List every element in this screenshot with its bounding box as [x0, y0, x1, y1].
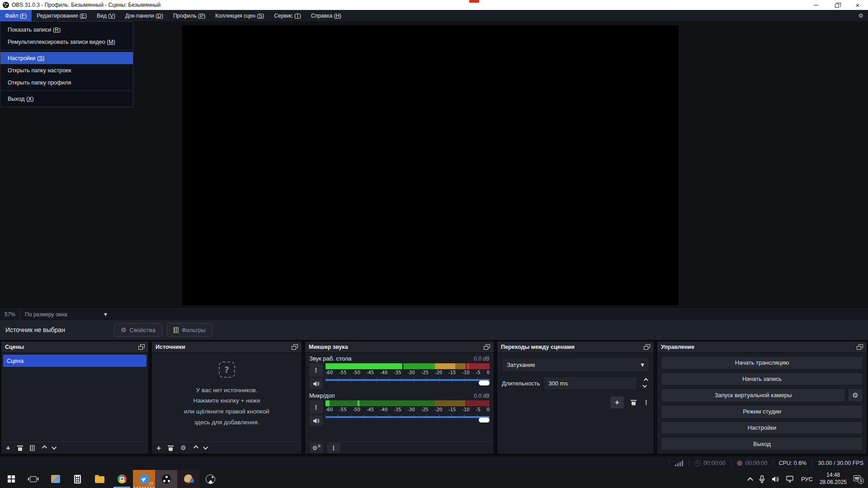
mute-button[interactable]	[309, 378, 323, 389]
menu-file[interactable]: Файл (F)	[0, 10, 32, 21]
advanced-audio-button[interactable]: ⚙⚙	[310, 443, 323, 453]
preview-area: Показать записи (R) Ремультиплексировать…	[0, 21, 868, 309]
taskbar-app-images[interactable]	[199, 470, 222, 488]
move-source-down-button[interactable]	[203, 445, 208, 450]
windows-logo-icon	[8, 475, 15, 483]
taskbar-app-game[interactable]	[177, 470, 199, 488]
track-options-button[interactable]: ⋮	[309, 400, 323, 414]
zoom-mode-dropdown[interactable]: По размеру окна ▼	[20, 309, 111, 319]
popout-icon[interactable]	[484, 344, 490, 350]
volume-slider[interactable]	[326, 413, 490, 421]
settings-button[interactable]: Настройки	[661, 421, 863, 435]
popout-icon[interactable]	[644, 344, 650, 350]
filters-button[interactable]: Фильтры	[167, 323, 212, 337]
duration-label: Длительность	[502, 380, 540, 387]
slider-handle[interactable]	[479, 418, 490, 422]
taskbar-app-calculator[interactable]	[66, 470, 89, 488]
menu-docks[interactable]: Док-панели (D)	[120, 10, 168, 21]
menu-profile[interactable]: Профиль (P)	[168, 10, 210, 21]
exit-button[interactable]: Выход	[661, 437, 863, 450]
mixer-title: Микшер звука	[309, 344, 348, 350]
move-scene-up-button[interactable]	[42, 445, 47, 450]
taskbar-app-browser[interactable]	[111, 470, 133, 488]
scene-filters-button[interactable]	[30, 445, 35, 451]
scene-list-item[interactable]: Сцена	[3, 355, 146, 367]
remove-scene-button[interactable]	[18, 445, 23, 451]
file-menu-show-recordings[interactable]: Показать записи (R)	[0, 23, 133, 36]
duration-input[interactable]: 300 ms	[543, 376, 637, 390]
mixer-options-button[interactable]: ⋮	[327, 443, 340, 453]
game-app-icon	[184, 474, 193, 483]
status-bar: 00:00:00 00:00:00 CPU: 0.6% 30.00 / 30.0…	[0, 456, 868, 470]
volume-icon[interactable]	[772, 476, 779, 483]
track-options-button[interactable]: ⋮	[309, 363, 323, 377]
sources-empty-state: ? У вас нет источников. Нажмите кнопку +…	[152, 353, 302, 441]
add-scene-button[interactable]: +	[6, 444, 10, 452]
source-status-label: Источник не выбран	[5, 326, 114, 333]
popout-icon[interactable]	[292, 344, 298, 350]
volume-meter	[326, 363, 490, 369]
menu-scene-collection[interactable]: Коллекция сцен (S)	[210, 10, 269, 21]
file-menu-settings[interactable]: Настройки (S)	[0, 52, 133, 64]
tray-expand-icon[interactable]	[747, 477, 753, 483]
controls-title: Управление	[661, 344, 694, 350]
slider-handle[interactable]	[479, 380, 490, 385]
start-streaming-button[interactable]: Начать трансляцию	[661, 356, 863, 370]
audio-mixer-panel: Микшер звука Звук раб. стола 0.0 dB ⋮	[305, 341, 494, 454]
spin-down-button[interactable]	[642, 383, 647, 388]
start-virtual-camera-button[interactable]: Запуск виртуальной камеры	[661, 388, 845, 402]
chevron-down-icon: ▼	[641, 362, 644, 367]
menu-help[interactable]: Справка (H)	[306, 10, 346, 21]
close-button[interactable]: ×	[847, 0, 868, 10]
move-scene-down-button[interactable]	[52, 445, 57, 450]
menu-edit[interactable]: Редактирование (E)	[32, 10, 92, 21]
move-source-up-button[interactable]	[193, 445, 198, 450]
minimize-button[interactable]	[806, 0, 826, 10]
transition-options-button[interactable]: ⋮	[643, 399, 649, 406]
start-recording-button[interactable]: Начать запись	[661, 372, 863, 386]
file-menu-remux[interactable]: Ремультиплексировать записи видео (M)	[0, 36, 133, 48]
settings-gear-icon[interactable]: ⚙	[858, 10, 868, 21]
start-button[interactable]	[0, 470, 22, 488]
remove-source-button[interactable]	[168, 445, 173, 451]
add-transition-button[interactable]: +	[610, 396, 624, 408]
taskbar-app-photos[interactable]	[44, 470, 66, 488]
taskbar-app-explorer[interactable]	[89, 470, 111, 488]
notification-center-button[interactable]: 3	[854, 475, 862, 483]
clock[interactable]: 14:48 28.06.2025	[820, 472, 847, 486]
window-title: OBS 31.0.3 - Профиль: Безымянный - Сцены…	[12, 2, 160, 8]
source-properties-button[interactable]: ⚙	[180, 445, 186, 451]
popout-icon[interactable]	[138, 344, 145, 350]
gear-icon: ⚙	[121, 326, 127, 333]
mute-button[interactable]	[309, 415, 323, 426]
record-timer: 00:00:00	[737, 460, 768, 466]
preview-canvas[interactable]	[182, 25, 679, 305]
task-view-button[interactable]	[22, 470, 44, 488]
file-menu-profile-folder[interactable]: Открыть папку профиля	[0, 76, 133, 89]
close-icon: ×	[856, 2, 860, 9]
spin-up-button[interactable]	[643, 378, 648, 383]
volume-slider[interactable]	[326, 376, 490, 384]
taskbar-app-alert[interactable]: .77	[133, 470, 155, 488]
language-indicator[interactable]: РУС	[801, 476, 813, 483]
fps-counter: 30.00 / 30.00 FPS	[818, 460, 863, 466]
virtual-camera-settings-button[interactable]: ⚙	[848, 388, 863, 402]
restore-button[interactable]	[826, 0, 847, 10]
add-source-button[interactable]: +	[156, 444, 161, 452]
photos-app-icon	[51, 475, 60, 483]
popout-icon[interactable]	[857, 344, 863, 350]
file-menu-exit[interactable]: Выход (X)	[0, 93, 133, 105]
remove-transition-button[interactable]	[631, 399, 636, 405]
studio-mode-button[interactable]: Режим студии	[661, 405, 863, 418]
taskbar-app-obs[interactable]	[155, 470, 177, 488]
properties-button[interactable]: ⚙ Свойства	[114, 323, 162, 337]
menu-tools[interactable]: Сервис (T)	[269, 10, 306, 21]
file-menu-settings-folder[interactable]: Открыть папку настроек	[0, 64, 133, 76]
network-icon[interactable]	[786, 476, 794, 483]
taskbar: .77 РУС 14:48 28.06.2025 3	[0, 470, 868, 488]
menu-view[interactable]: Вид (V)	[92, 10, 120, 21]
microphone-icon[interactable]	[759, 475, 765, 483]
help-icon: ?	[219, 361, 235, 378]
menu-separator	[1, 50, 132, 50]
transition-select[interactable]: Затухание ▼	[502, 357, 649, 372]
